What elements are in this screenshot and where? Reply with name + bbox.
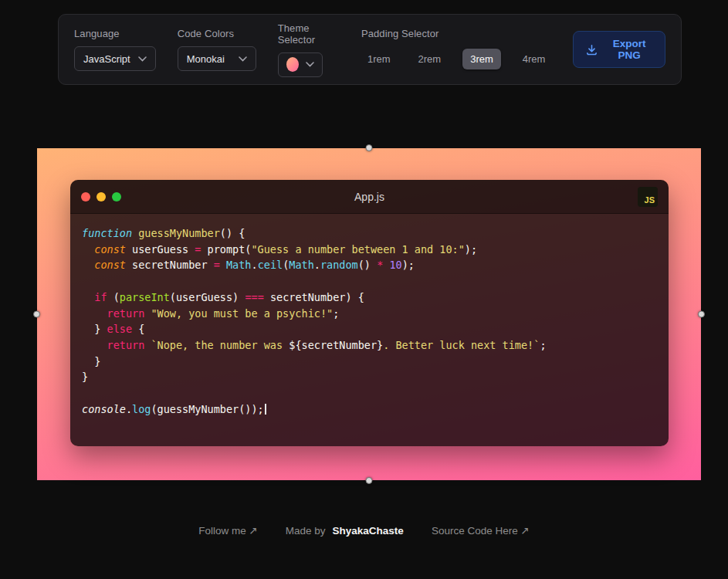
theme-selector-group: Theme Selector bbox=[278, 22, 340, 77]
code-line: function guessMyNumber() { bbox=[82, 225, 657, 242]
padding-selector-label: Padding Selector bbox=[361, 28, 552, 39]
theme-selector-label: Theme Selector bbox=[278, 22, 340, 46]
language-dropdown[interactable]: JavaScript bbox=[74, 46, 156, 71]
code-line: const secretNumber = Math.ceil(Math.rand… bbox=[82, 257, 657, 273]
window-title[interactable]: App.js bbox=[70, 191, 669, 203]
export-canvas: App.js JS function guessMyNumber() { con… bbox=[37, 148, 701, 480]
code-line: return `Nope, the number was ${secretNum… bbox=[82, 337, 657, 354]
code-colors-group: Code Colors Monokai bbox=[178, 28, 256, 71]
text-cursor bbox=[265, 404, 266, 415]
resize-handle-top[interactable] bbox=[366, 144, 373, 151]
theme-gradient-circle-icon bbox=[286, 57, 299, 72]
chevron-down-icon bbox=[138, 56, 147, 62]
resize-handle-right[interactable] bbox=[698, 311, 705, 318]
code-block[interactable]: function guessMyNumber() { const userGue… bbox=[70, 214, 669, 428]
padding-option-2rem[interactable]: 2rem bbox=[412, 49, 448, 69]
code-line bbox=[82, 273, 657, 290]
code-line: return "Wow, you must be a psychic!"; bbox=[82, 306, 657, 322]
app-page: Language JavaScript Code Colors Monokai … bbox=[0, 0, 728, 579]
window-titlebar[interactable]: App.js JS bbox=[70, 180, 669, 214]
export-png-label: Export PNG bbox=[605, 38, 653, 61]
green-traffic-light-icon[interactable] bbox=[112, 192, 121, 201]
language-group: Language JavaScript bbox=[74, 28, 156, 71]
footer: Follow me ↗ Made by ShyakaChaste Source … bbox=[0, 522, 728, 539]
code-colors-value: Monokai bbox=[187, 53, 225, 65]
code-line: console.log(guessMyNumber()); bbox=[82, 401, 657, 418]
code-line bbox=[82, 385, 657, 401]
code-line: if (parseInt(userGuess) === secretNumber… bbox=[82, 290, 657, 306]
author-link[interactable]: ShyakaChaste bbox=[333, 525, 404, 537]
red-traffic-light-icon[interactable] bbox=[81, 192, 90, 201]
resize-handle-bottom[interactable] bbox=[366, 477, 373, 484]
theme-dropdown[interactable] bbox=[278, 52, 323, 77]
traffic-lights bbox=[81, 192, 121, 201]
yellow-traffic-light-icon[interactable] bbox=[97, 192, 106, 201]
chevron-down-icon bbox=[239, 56, 247, 62]
padding-options: 1rem2rem3rem4rem bbox=[361, 46, 552, 71]
javascript-logo-icon: JS bbox=[638, 187, 658, 207]
padding-option-1rem[interactable]: 1rem bbox=[361, 49, 397, 69]
padding-option-3rem[interactable]: 3rem bbox=[462, 49, 501, 69]
chevron-down-icon bbox=[306, 62, 314, 67]
padding-option-4rem[interactable]: 4rem bbox=[516, 49, 552, 69]
code-line: const userGuess = prompt("Guess a number… bbox=[82, 242, 657, 258]
padding-selector-group: Padding Selector 1rem2rem3rem4rem bbox=[361, 28, 552, 71]
code-line: } else { bbox=[82, 321, 657, 337]
download-icon bbox=[585, 43, 598, 56]
language-value: JavaScript bbox=[83, 53, 130, 65]
source-code-link[interactable]: Source Code Here ↗ bbox=[432, 524, 530, 537]
resize-handle-left[interactable] bbox=[33, 311, 40, 318]
export-png-button[interactable]: Export PNG bbox=[573, 31, 665, 68]
code-colors-dropdown[interactable]: Monokai bbox=[178, 46, 256, 71]
follow-me-link[interactable]: Follow me ↗ bbox=[198, 524, 258, 537]
code-line: } bbox=[82, 369, 657, 385]
code-line: } bbox=[82, 354, 657, 370]
toolbar: Language JavaScript Code Colors Monokai … bbox=[58, 14, 682, 85]
made-by-label: Made by bbox=[286, 525, 326, 537]
made-by: Made by ShyakaChaste bbox=[286, 525, 404, 537]
language-label: Language bbox=[74, 28, 156, 39]
code-window: App.js JS function guessMyNumber() { con… bbox=[70, 180, 669, 446]
code-colors-label: Code Colors bbox=[178, 28, 256, 39]
